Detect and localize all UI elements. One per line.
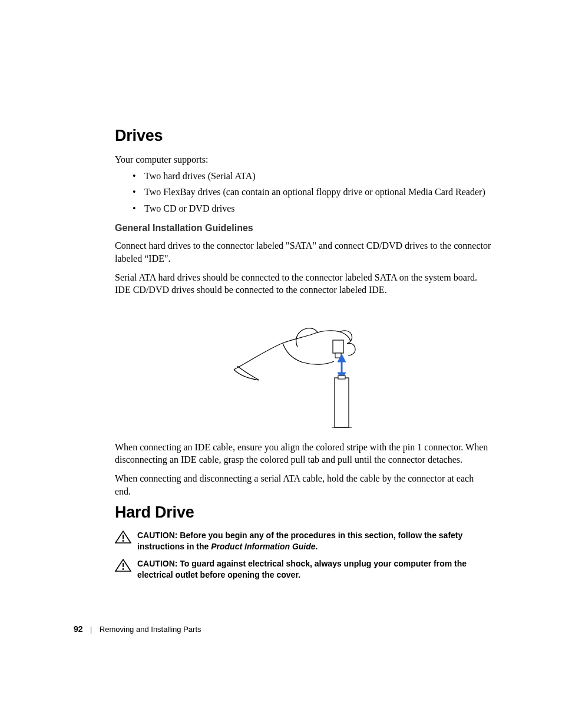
list-item: Two hard drives (Serial ATA) — [133, 170, 491, 183]
caution-tail: . — [316, 542, 318, 551]
svg-rect-6 — [338, 375, 345, 379]
subheading-guidelines: General Installation Guidelines — [115, 223, 491, 233]
guidelines-para-1: Connect hard drives to the connector lab… — [115, 239, 491, 265]
svg-rect-5 — [335, 378, 349, 427]
guidelines-para-3: When connecting an IDE cable, ensure you… — [115, 441, 491, 466]
footer-separator — [91, 627, 91, 634]
caution-label: CAUTION: — [137, 531, 180, 540]
guidelines-para-4: When connecting and disconnecting a seri… — [115, 472, 491, 498]
list-item: Two FlexBay drives (can contain an optio… — [133, 186, 491, 199]
list-item: Two CD or DVD drives — [133, 202, 491, 215]
caution-text: CAUTION: To guard against electrical sho… — [137, 558, 491, 581]
heading-drives: Drives — [115, 127, 491, 145]
caution-body: To guard against electrical shock, alway… — [137, 559, 467, 579]
support-list: Two hard drives (Serial ATA) Two FlexBay… — [115, 170, 491, 215]
intro-text: Your computer supports: — [115, 153, 491, 166]
caution-icon — [115, 559, 131, 572]
caution-block-1: CAUTION: Before you begin any of the pro… — [115, 530, 491, 552]
caution-em: Product Information Guide — [211, 542, 315, 551]
cable-connection-illustration — [227, 305, 380, 431]
caution-icon — [115, 531, 131, 543]
page-number: 92 — [74, 624, 83, 634]
svg-point-10 — [123, 540, 124, 542]
page-footer: 92 Removing and Installing Parts — [74, 624, 201, 634]
section-title: Removing and Installing Parts — [100, 625, 201, 634]
caution-text: CAUTION: Before you begin any of the pro… — [137, 530, 491, 552]
svg-rect-0 — [333, 340, 343, 353]
svg-point-13 — [123, 568, 124, 570]
heading-hard-drive: Hard Drive — [115, 503, 491, 522]
guidelines-para-2: Serial ATA hard drives should be connect… — [115, 271, 491, 297]
caution-block-2: CAUTION: To guard against electrical sho… — [115, 558, 491, 581]
caution-label: CAUTION: — [137, 559, 180, 568]
